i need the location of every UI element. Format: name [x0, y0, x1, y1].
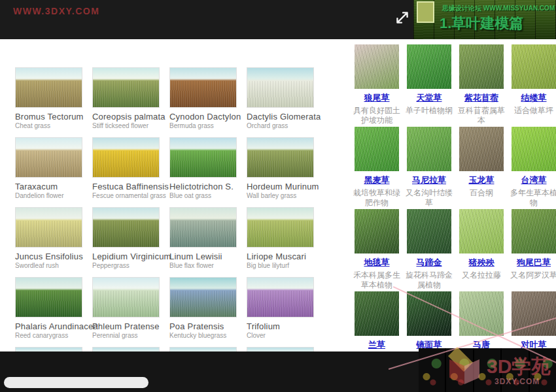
- species-latin-name: Hordeum Murinum: [247, 182, 314, 191]
- grass-description: 多年生草本植物: [509, 188, 556, 208]
- species-thumbnail[interactable]: [169, 277, 237, 318]
- species-card[interactable]: Coreopsis palmata Stiff tickseed flower: [92, 67, 160, 137]
- grass-item: 马尼拉草 又名沟叶结缕草: [404, 127, 454, 209]
- grass-thumbnail[interactable]: [407, 209, 451, 253]
- grass-name-link[interactable]: 台湾草: [521, 174, 547, 186]
- species-common-name: Orchard grass: [247, 122, 314, 129]
- species-card[interactable]: Taraxacum Dandelion flower: [15, 137, 82, 207]
- grass-thumbnail[interactable]: [355, 44, 399, 89]
- grass-name-link[interactable]: 天堂草: [417, 92, 442, 104]
- species-thumbnail[interactable]: [92, 277, 160, 318]
- grass-thumbnail[interactable]: [459, 291, 504, 336]
- grass-name-link[interactable]: 狼尾草: [364, 92, 390, 104]
- species-card[interactable]: Cynodon Dactylon Bermuda grass: [169, 67, 237, 137]
- grass-thumbnail[interactable]: [459, 127, 504, 171]
- species-common-name: Cheat grass: [15, 122, 82, 129]
- expand-icon[interactable]: [394, 9, 411, 26]
- chapter-title: 1.草叶建模篇: [440, 14, 523, 33]
- grass-name-link[interactable]: 兰草: [368, 339, 385, 351]
- species-card[interactable]: Poa Pratensis Kentucky bluegrass: [169, 277, 237, 347]
- species-card[interactable]: Bromus Tectorum Cheat grass: [15, 67, 82, 137]
- grass-thumbnail[interactable]: [512, 291, 556, 336]
- species-card[interactable]: Helictotrichon S. Blue oat grass: [169, 137, 237, 207]
- grass-thumbnail[interactable]: [355, 209, 399, 253]
- grass-name-link[interactable]: 黑麦草: [364, 174, 390, 186]
- species-common-name: Peppergrass: [92, 262, 160, 269]
- grass-thumbnail[interactable]: [512, 209, 556, 253]
- grass-name-link[interactable]: 结缕草: [521, 92, 547, 104]
- species-thumbnail[interactable]: [169, 137, 237, 178]
- grass-name-link[interactable]: 马蹄金: [417, 257, 442, 269]
- species-thumbnail[interactable]: [15, 277, 82, 318]
- bottom-filmstrip: [419, 348, 556, 392]
- species-card[interactable]: Linum Lewisii Blue flax flower: [169, 207, 237, 277]
- species-thumbnail[interactable]: [169, 207, 237, 248]
- horizontal-scrollbar[interactable]: [4, 377, 148, 388]
- species-common-name: Fescue ornamental grass: [92, 192, 160, 199]
- species-card[interactable]: Trifolium Clover: [247, 277, 314, 347]
- species-card[interactable]: Hordeum Murinum Wall barley grass: [247, 137, 314, 207]
- species-latin-name: Festuca Baffinensis: [92, 182, 160, 191]
- grass-description: 又名拉拉藤: [457, 270, 506, 280]
- grass-item: 台湾草 多年生草本植物: [509, 127, 556, 209]
- grass-description: 豆科苜蓿属草本: [457, 106, 506, 125]
- species-thumbnail[interactable]: [247, 277, 314, 318]
- species-card[interactable]: Dactylis Glomerata Orchard grass: [247, 67, 314, 137]
- grass-item: 玉龙草 百合纲: [457, 127, 506, 209]
- chinese-grass-grid: 狼尾草 具有良好固土护坡功能 天堂草 单子叶植物纲 紫花苜蓿 豆科苜蓿属草本 结…: [352, 44, 556, 374]
- species-thumbnail[interactable]: [92, 137, 160, 178]
- species-common-name: Blue flax flower: [169, 262, 237, 269]
- species-thumbnail[interactable]: [92, 207, 160, 248]
- species-common-name: Reed canarygrass: [15, 332, 82, 339]
- species-latin-name: Helictotrichon S.: [169, 182, 237, 191]
- grass-name-link[interactable]: 地毯草: [364, 257, 390, 269]
- species-thumbnail[interactable]: [169, 67, 237, 108]
- grass-thumbnail[interactable]: [355, 291, 399, 336]
- species-common-name: Bermuda grass: [169, 122, 237, 129]
- grass-item: 地毯草 禾本科属多生草本植物: [352, 209, 402, 291]
- species-thumbnail[interactable]: [247, 207, 314, 248]
- grass-name-link[interactable]: 狗尾巴草: [517, 257, 551, 269]
- grass-thumbnail[interactable]: [355, 127, 399, 171]
- grass-thumbnail[interactable]: [459, 44, 504, 89]
- species-thumbnail[interactable]: [247, 67, 314, 108]
- species-thumbnail[interactable]: [247, 137, 314, 178]
- next-row-thumbnail-sliver: [15, 347, 82, 351]
- grass-thumbnail[interactable]: [407, 291, 451, 336]
- grass-thumbnail[interactable]: [459, 209, 504, 253]
- species-common-name: Stiff tickseed flower: [92, 122, 160, 129]
- grass-description: 栽培牧草和绿肥作物: [352, 188, 402, 208]
- grass-name-link[interactable]: 猪殃殃: [469, 257, 495, 269]
- grass-name-link[interactable]: 玉龙草: [469, 174, 495, 186]
- species-card[interactable]: Festuca Baffinensis Fescue ornamental gr…: [92, 137, 160, 207]
- grass-name-link[interactable]: 马尼拉草: [412, 174, 446, 186]
- grass-description: 禾本科属多生草本植物: [352, 270, 402, 290]
- species-card[interactable]: Liriope Muscari Big blue lilyturf: [247, 207, 314, 277]
- species-latin-name: Phleum Pratense: [92, 321, 160, 331]
- species-card[interactable]: Juncus Ensifolius Swordleaf rush: [15, 207, 82, 277]
- species-card[interactable]: Lepidium Virginicum Peppergrass: [92, 207, 160, 277]
- selected-thumbnail-highlight: [417, 1, 434, 23]
- species-thumbnail[interactable]: [92, 67, 160, 108]
- species-latin-name: Poa Pratensis: [169, 321, 237, 331]
- grass-thumbnail[interactable]: [407, 127, 451, 171]
- grass-item: 紫花苜蓿 豆科苜蓿属草本: [457, 44, 506, 127]
- species-latin-name: Phalaris Arundinacea: [15, 321, 82, 331]
- grass-item: 天堂草 单子叶植物纲: [404, 44, 454, 127]
- species-card[interactable]: Phalaris Arundinacea Reed canarygrass: [15, 277, 82, 347]
- grass-name-link[interactable]: 紫花苜蓿: [464, 92, 498, 104]
- grass-thumbnail[interactable]: [512, 44, 556, 89]
- species-card[interactable]: Phleum Pratense Perennial grass: [92, 277, 160, 347]
- grass-thumbnail[interactable]: [407, 44, 451, 89]
- grass-item: 黑麦草 栽培牧草和绿肥作物: [352, 127, 402, 209]
- filmstrip-frame: [502, 348, 528, 392]
- next-row-thumbnail-slivers: [15, 347, 314, 351]
- species-latin-name: Cynodon Dactylon: [169, 112, 237, 122]
- species-thumbnail[interactable]: [15, 67, 82, 108]
- grass-thumbnail[interactable]: [512, 127, 556, 171]
- species-thumbnail[interactable]: [15, 207, 82, 248]
- species-common-name: Wall barley grass: [247, 192, 314, 199]
- species-latin-name: Trifolium: [247, 321, 314, 331]
- grass-description: 又名沟叶结缕草: [404, 188, 454, 208]
- species-thumbnail[interactable]: [15, 137, 82, 178]
